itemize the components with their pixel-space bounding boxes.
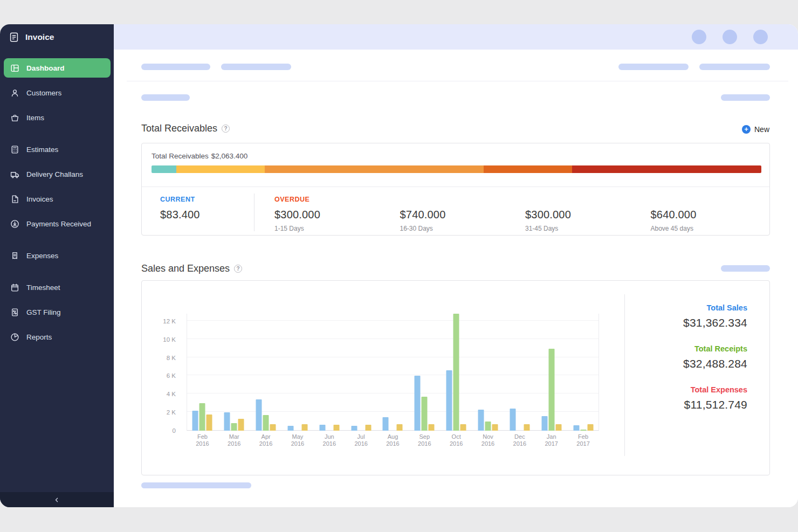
bar-slot xyxy=(587,424,593,431)
bar-group-nov-2016 xyxy=(472,314,504,431)
topbar-circle-placeholder[interactable] xyxy=(753,30,768,44)
x-tick-label: Feb2016 xyxy=(187,433,218,447)
card-divider xyxy=(142,186,769,187)
dashboard-icon xyxy=(10,64,19,73)
skeleton-pill xyxy=(141,94,190,101)
chart-y-axis: 02 K4 K6 K8 K10 K12 K xyxy=(142,314,181,431)
bar-group-dec-2016 xyxy=(504,314,535,431)
x-tick-label: Mar2016 xyxy=(218,433,250,447)
sales-bar xyxy=(256,399,262,431)
sidebar-item-customers[interactable]: Customers xyxy=(4,83,111,102)
help-icon[interactable]: ? xyxy=(222,125,230,133)
invoices-icon xyxy=(10,195,19,204)
chevron-left-icon xyxy=(53,496,61,504)
estimates-icon xyxy=(10,145,19,154)
aging-amount: $740.000 xyxy=(400,209,526,221)
sidebar-item-items[interactable]: Items xyxy=(4,108,111,127)
sidebar-item-label: GST Filing xyxy=(26,308,61,316)
sidebar-collapse-button[interactable] xyxy=(0,492,114,507)
bar-slot xyxy=(524,424,529,431)
sidebar-item-estimates[interactable]: Estimates xyxy=(4,140,111,159)
sidebar-item-label: Delivery Challans xyxy=(26,170,83,178)
receipts-bar xyxy=(200,403,205,431)
x-tick-label: Jul2016 xyxy=(345,433,377,447)
bar-group-sep-2016 xyxy=(409,314,441,431)
bar-slot xyxy=(333,425,339,431)
aging-column: $640.000Above 45 days xyxy=(651,209,776,232)
column-separator xyxy=(254,194,254,231)
invoice-icon xyxy=(8,31,20,43)
sidebar-item-dashboard[interactable]: Dashboard xyxy=(4,58,111,78)
aging-segment-current xyxy=(152,165,176,173)
sidebar: Invoice DashboardCustomersItemsEstimates… xyxy=(0,24,114,507)
expenses-bar xyxy=(270,424,276,431)
y-tick-label: 0 xyxy=(173,427,176,434)
header-divider xyxy=(127,81,788,81)
skeleton-pill xyxy=(221,64,291,70)
x-tick-label: Dec2016 xyxy=(504,433,535,447)
sidebar-nav: DashboardCustomersItemsEstimatesDelivery… xyxy=(4,58,111,352)
x-tick-label: May2016 xyxy=(282,433,314,447)
reports-icon xyxy=(10,333,19,342)
chart-bars xyxy=(187,314,599,431)
total-label: Total Receipts xyxy=(683,344,747,354)
topbar-circle-placeholder[interactable] xyxy=(723,30,737,44)
app-window: Invoice DashboardCustomersItemsEstimates… xyxy=(0,24,798,507)
topbar-circle-placeholder[interactable] xyxy=(692,30,706,44)
sidebar-item-label: Customers xyxy=(26,89,61,97)
sidebar-item-timesheet[interactable]: Timesheet xyxy=(4,278,111,297)
bar-slot xyxy=(429,424,435,431)
sidebar-item-label: Estimates xyxy=(26,146,58,154)
total-value: $32,488.284 xyxy=(683,356,747,372)
skeleton-pill xyxy=(721,94,770,101)
sidebar-item-invoices[interactable]: Invoices xyxy=(4,189,111,209)
bar-group-jul-2016 xyxy=(345,314,377,431)
sidebar-item-delivery-challans[interactable]: Delivery Challans xyxy=(4,164,111,184)
total-group: Total Receipts$32,488.284 xyxy=(683,344,747,372)
current-amount: $83.400 xyxy=(160,209,200,221)
bar-slot xyxy=(256,399,262,431)
x-tick-label: Sep2016 xyxy=(409,433,441,447)
total-value: $11,512.749 xyxy=(683,397,747,413)
bar-slot xyxy=(555,424,561,431)
bar-group-jan-2017 xyxy=(535,314,567,431)
bar-slot xyxy=(492,424,498,431)
sales-bar xyxy=(319,425,325,431)
sales-title-text: Sales and Expenses xyxy=(141,263,230,274)
y-tick-label: 10 K xyxy=(163,336,176,343)
y-tick-label: 12 K xyxy=(163,318,176,324)
expenses-bar xyxy=(207,414,212,431)
sales-bar xyxy=(573,425,579,431)
skeleton-pill xyxy=(699,64,770,70)
totals-separator xyxy=(624,294,625,456)
expenses-bar xyxy=(429,424,435,431)
bar-slot xyxy=(263,415,269,431)
aging-period: 16-30 Days xyxy=(400,225,526,232)
help-icon[interactable]: ? xyxy=(234,265,242,273)
bar-group-oct-2016 xyxy=(441,314,472,431)
current-label: CURRENT xyxy=(160,196,200,203)
total-group: Total Expenses$11,512.749 xyxy=(683,385,747,413)
x-tick-label: Jan2017 xyxy=(535,433,567,447)
new-button-label: New xyxy=(754,125,769,134)
aging-segment-overdue-16-30 xyxy=(265,165,484,173)
sidebar-item-reports[interactable]: Reports xyxy=(4,327,111,347)
delivery-challans-icon xyxy=(10,170,19,179)
expenses-bar xyxy=(492,424,498,431)
aging-column: $300.0001-15 Days xyxy=(274,209,400,232)
sales-bar xyxy=(287,426,293,431)
receipts-bar xyxy=(485,422,491,431)
receivables-summary-total: $2,063.400 xyxy=(211,152,248,160)
sidebar-item-expenses[interactable]: Expenses xyxy=(4,246,111,265)
sidebar-item-payments-received[interactable]: Payments Received xyxy=(4,214,111,233)
new-button[interactable]: + New xyxy=(742,125,769,134)
expenses-bar xyxy=(333,425,339,431)
sidebar-item-gst-filing[interactable]: GST Filing xyxy=(4,302,111,322)
payments-received-icon xyxy=(10,219,19,229)
bar-slot xyxy=(446,370,452,431)
skeleton-pill xyxy=(721,265,770,272)
y-tick-label: 2 K xyxy=(167,409,176,416)
sales-bar xyxy=(478,410,484,431)
bar-group-mar-2016 xyxy=(218,314,250,431)
receipts-bar xyxy=(231,423,237,431)
